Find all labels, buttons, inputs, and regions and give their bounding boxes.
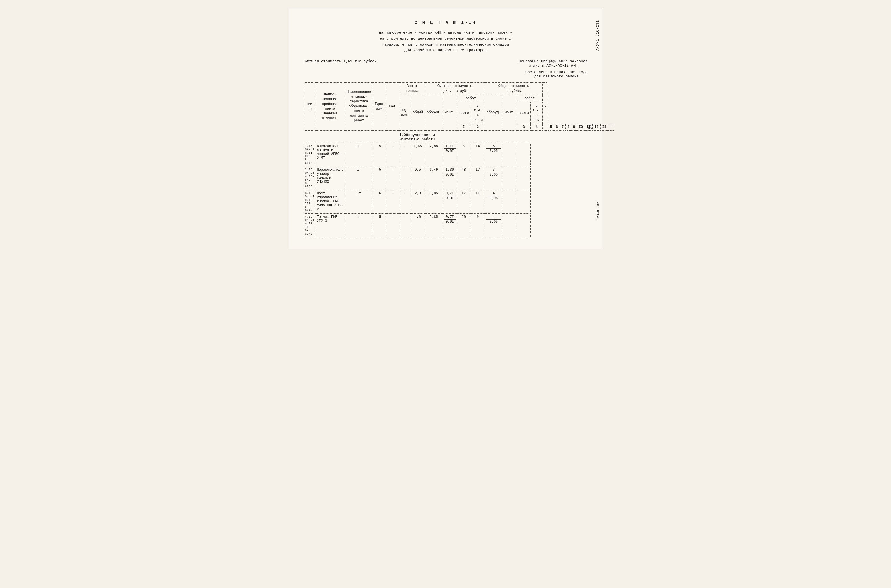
col-n5: 5 [548, 124, 554, 130]
header-wt-total: общий [411, 95, 425, 130]
cell-work-bot: 8 [457, 142, 471, 166]
header-price-work: работ [457, 95, 485, 102]
cell-unit: шт [345, 190, 373, 213]
cell-qty: 6 [373, 190, 387, 213]
cell-num: 3.I5-04ч.I п.I8-II2 8-6240 [304, 190, 316, 213]
cell-work-top: I,360,0I [443, 166, 457, 190]
cell-price-m: I,85 [425, 190, 443, 213]
cell-price-eq: I,65 [411, 142, 425, 166]
cell-price-eq: 9,5 [411, 166, 425, 190]
section-title: I.Оборудование имонтажные работы [304, 130, 531, 142]
header-price-eq: оборуд. [425, 95, 443, 130]
header-work-zp: в т.ч.з/плата [471, 102, 485, 124]
cell-price-eq: 4,0 [411, 213, 425, 237]
col-n8: 8 [566, 124, 571, 130]
cell-total-m: 60,05 [485, 142, 503, 166]
cell-total-m: 70,05 [485, 166, 503, 190]
cell-unit: шт [345, 142, 373, 166]
header-description: Наименование и харак-теристика оборудова… [345, 83, 373, 130]
table-header-row1: №№пп Наиме-нованиепрейску-рантаценникаи … [304, 83, 614, 95]
header-total-work: работ [517, 95, 543, 102]
meta-cost: Сметная стоимость I,69 тыс.рублей [304, 59, 377, 68]
cell-wt-unit: - [387, 166, 399, 190]
header-twork-total: всего [517, 102, 531, 124]
col-n9: 9 [571, 124, 577, 130]
cell-twork-top [503, 166, 517, 190]
header-work-total: всего [457, 102, 471, 124]
col-n7: 7 [560, 124, 565, 130]
cell-total-eq: I4 [471, 142, 485, 166]
col-n13: I3 [600, 124, 608, 130]
cell-qty: 5 [373, 213, 387, 237]
cell-num: 4.I5-04ч.I п.I8-II3 8-G240 [304, 213, 316, 237]
cell-twork-bot [517, 190, 531, 213]
cell-work-bot: I7 [457, 190, 471, 213]
page-marker: 164 [587, 127, 593, 130]
cell-wt-total: - [399, 190, 411, 213]
cell-wt-total: - [399, 142, 411, 166]
col-n6: 6 [554, 124, 560, 130]
cell-qty: 5 [373, 166, 387, 190]
header-pricecat: Наиме-нованиепрейску-рантаценникаи №№поз… [316, 83, 345, 130]
col-n1: I [457, 124, 471, 130]
cell-price-m: 3,49 [425, 166, 443, 190]
header-twork-zp: в т.ч.з/пл. [531, 102, 543, 124]
cell-total-eq: I7 [471, 166, 485, 190]
cell-name: Пост управления кнопоч- ный типа ПКЕ-2I2… [316, 190, 345, 213]
cell-price-m: I,85 [425, 213, 443, 237]
cell-unit: шт [345, 213, 373, 237]
cell-total-m: 40,05 [485, 213, 503, 237]
header-wt-unit: ед.изм. [399, 95, 411, 130]
cell-twork-bot [517, 166, 531, 190]
side-text-bottom: 15430-05 [596, 201, 600, 220]
cell-total-eq: 9 [471, 213, 485, 237]
cell-wt-total: - [399, 213, 411, 237]
cell-twork-bot [517, 213, 531, 237]
header-total-m: монт. [503, 95, 517, 130]
side-text-top: А-УЧ1 816-231 [595, 20, 600, 51]
cell-twork-bot [517, 142, 531, 166]
cell-name: Переключатель универ- сальный УП5402 [316, 166, 345, 190]
meta-basis: Основание:Спецификация заказная и листы … [519, 59, 588, 68]
col-n12: I2 [593, 124, 600, 130]
cell-wt-total: - [399, 166, 411, 190]
col-n10: IO [577, 124, 585, 130]
col-n4: 4 [531, 124, 543, 130]
header-extra: · [542, 83, 548, 130]
page-title: С М Е Т А № I-I4 [304, 20, 588, 26]
table-row: I.I5-04ч.I п.0I-0I5 8-6II4 Выключатель а… [304, 142, 614, 166]
table-row: 3.I5-04ч.I п.I8-II2 8-6240 Пост управлен… [304, 190, 614, 213]
cell-price-m: 2,88 [425, 142, 443, 166]
col-n2: 2 [471, 124, 485, 130]
cell-wt-unit: - [387, 213, 399, 237]
cell-work-top: 0,7I0,0I [443, 190, 457, 213]
cell-twork-top [503, 190, 517, 213]
meta-row: Сметная стоимость I,69 тыс.рублей Основа… [304, 59, 588, 68]
cell-num: I.I5-04ч.I п.0I-0I5 8-6II4 [304, 142, 316, 166]
cell-wt-unit: - [387, 190, 399, 213]
cell-work-top: 0,7I0,0I [443, 213, 457, 237]
main-table: №№пп Наиме-нованиепрейску-рантаценникаи … [304, 82, 614, 237]
cell-twork-top [503, 142, 517, 166]
header-qty: Кол. [387, 83, 399, 130]
cell-work-top: I,II0,0I [443, 142, 457, 166]
table-row: 2.I5-04ч.I п.06-543 8-6326 Переключатель… [304, 166, 614, 190]
cell-total-eq: II [471, 190, 485, 213]
header-weight: Вес в тоннах [399, 83, 425, 95]
cell-num: 2.I5-04ч.I п.06-543 8-6326 [304, 166, 316, 190]
header-unit-price: Сметная стоимостьедин. в руб. [425, 83, 485, 95]
cell-wt-unit: - [387, 142, 399, 166]
cell-work-bot: 20 [457, 213, 471, 237]
header-total-cost: Общая стоимостьв рублях [485, 83, 542, 95]
cell-total-m: 40,06 [485, 190, 503, 213]
cell-work-bot: 48 [457, 166, 471, 190]
header-unit: Един.изм. [373, 83, 387, 130]
section-title-row: I.Оборудование имонтажные работы [304, 130, 614, 142]
header-price-m: монт. [443, 95, 457, 130]
cell-unit: шт [345, 166, 373, 190]
cell-name: То же, ПКЕ- 2I2-3 [316, 213, 345, 237]
cell-price-eq: 2,9 [411, 190, 425, 213]
table-row: 4.I5-04ч.I п.I8-II3 8-G240 То же, ПКЕ- 2… [304, 213, 614, 237]
header-num: №№пп [304, 83, 316, 130]
meta-year: Составлена в ценах 1969 года для базисно… [525, 70, 587, 78]
